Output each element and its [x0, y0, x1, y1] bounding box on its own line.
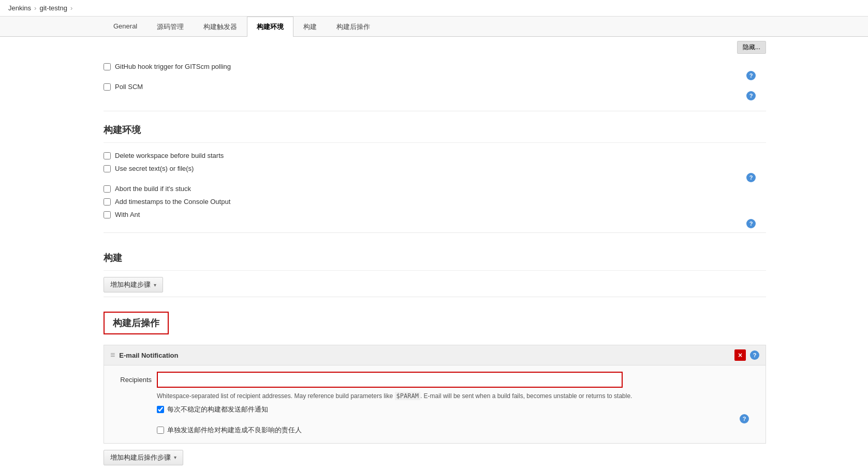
email-notification-header: ≡ E-mail Notification × ?	[104, 345, 766, 365]
post-build-title: 构建后操作	[104, 312, 169, 334]
abort-build-checkbox[interactable]	[104, 185, 111, 193]
help-row-4: ?	[104, 219, 766, 228]
breadcrumb-sep-2: ›	[70, 4, 72, 12]
page-wrapper: Jenkins › git-testng › General 源码管理 构建触发…	[0, 0, 868, 469]
tabs-bar: General 源码管理 构建触发器 构建环境 构建 构建后操作	[0, 17, 868, 37]
secret-text-checkbox[interactable]	[104, 165, 111, 172]
drag-handle-icon[interactable]: ≡	[110, 350, 115, 360]
add-timestamps-checkbox[interactable]	[104, 198, 111, 206]
section-divider-2	[104, 232, 766, 233]
add-post-build-label: 增加构建后操作步骤	[110, 453, 171, 462]
github-hook-help-icon[interactable]: ?	[746, 71, 756, 80]
breadcrumb: Jenkins › git-testng ›	[0, 0, 868, 17]
poll-scm-help-icon[interactable]: ?	[746, 91, 756, 100]
with-ant-label: With Ant	[115, 211, 140, 218]
top-controls: 隐藏...	[104, 37, 766, 56]
recipients-label: Recipients	[110, 376, 152, 384]
recipients-input-wrapper	[157, 372, 623, 388]
github-hook-checkbox[interactable]	[104, 63, 111, 70]
email-notification-label: E-mail Notification	[119, 351, 178, 359]
delete-notification-button[interactable]: ×	[734, 349, 746, 361]
add-build-step-arrow-icon: ▾	[154, 282, 156, 288]
section-divider-1	[104, 111, 766, 111]
recipients-row: Recipients	[110, 372, 759, 388]
email-option-2: 单独发送邮件给对构建造成不良影响的责任人	[157, 426, 759, 435]
add-build-step-label: 增加构建步骤	[110, 280, 151, 289]
send-individual-checkbox[interactable]	[157, 427, 164, 434]
post-build-section: 构建后操作 ≡ E-mail Notification × ?	[104, 301, 766, 465]
abort-build-item: Abort the build if it's stuck	[104, 182, 766, 195]
github-hook-label: GitHub hook trigger for GITScm polling	[115, 63, 231, 70]
build-title: 构建	[104, 243, 766, 271]
help-row-1: ?	[104, 71, 766, 80]
email-options-help-icon[interactable]: ?	[740, 414, 749, 423]
email-notification-box: ≡ E-mail Notification × ? Recipients	[104, 345, 766, 444]
add-timestamps-item: Add timestamps to the Console Output	[104, 195, 766, 208]
email-notification-title-area: ≡ E-mail Notification	[110, 350, 178, 360]
help-row-3: ?	[104, 173, 766, 182]
build-section: 构建 增加构建步骤 ▾	[104, 243, 766, 292]
breadcrumb-sep-1: ›	[34, 4, 36, 12]
collapse-button[interactable]: 隐藏...	[737, 41, 766, 54]
trigger-checkboxes-section: GitHub hook trigger for GITScm polling ?…	[104, 56, 766, 107]
add-post-build-button[interactable]: 增加构建后操作步骤 ▾	[104, 450, 183, 465]
every-unstable-checkbox[interactable]	[157, 406, 164, 413]
poll-scm-checkbox[interactable]	[104, 83, 111, 91]
header-actions: × ?	[734, 349, 759, 361]
tab-build[interactable]: 构建	[293, 17, 327, 37]
tab-general[interactable]: General	[104, 17, 147, 37]
content-area: 隐藏... GitHub hook trigger for GITScm pol…	[0, 37, 776, 469]
add-build-step-button[interactable]: 增加构建步骤 ▾	[104, 277, 163, 292]
add-post-build-arrow-icon: ▾	[174, 455, 176, 460]
secret-text-help-icon[interactable]: ?	[746, 173, 756, 182]
add-timestamps-label: Add timestamps to the Console Output	[115, 198, 230, 206]
delete-workspace-checkbox[interactable]	[104, 152, 111, 159]
every-unstable-label: 每次不稳定的构建都发送邮件通知	[167, 405, 268, 414]
delete-workspace-item: Delete workspace before build starts	[104, 149, 766, 162]
tab-source[interactable]: 源码管理	[147, 17, 194, 37]
tab-triggers[interactable]: 构建触发器	[194, 17, 247, 37]
abort-build-label: Abort the build if it's stuck	[115, 185, 191, 193]
email-body: Recipients Whitespace-separated list of …	[104, 365, 766, 443]
tab-build-env[interactable]: 构建环境	[247, 17, 293, 37]
delete-workspace-label: Delete workspace before build starts	[115, 152, 224, 159]
recipients-input[interactable]	[158, 373, 622, 387]
email-option-1: 每次不稳定的构建都发送邮件通知	[157, 405, 759, 414]
breadcrumb-project[interactable]: git-testng	[39, 4, 67, 12]
with-ant-help-icon[interactable]: ?	[746, 219, 756, 228]
email-notification-help-icon[interactable]: ?	[750, 350, 759, 360]
email-description: Whitespace-separated list of recipient a…	[157, 392, 759, 401]
with-ant-checkbox[interactable]	[104, 211, 111, 218]
secret-text-label: Use secret text(s) or file(s)	[115, 165, 194, 172]
help-row-5: ?	[110, 414, 759, 423]
build-env-section: 构建环境 Delete workspace before build start…	[104, 115, 766, 228]
help-row-2: ?	[104, 91, 766, 100]
breadcrumb-jenkins[interactable]: Jenkins	[8, 4, 31, 12]
tab-post-build[interactable]: 构建后操作	[327, 17, 380, 37]
poll-scm-label: Poll SCM	[115, 83, 143, 91]
build-env-title: 构建环境	[104, 115, 766, 143]
section-divider-3	[104, 297, 766, 297]
send-individual-label: 单独发送邮件给对构建造成不良影响的责任人	[167, 426, 302, 435]
